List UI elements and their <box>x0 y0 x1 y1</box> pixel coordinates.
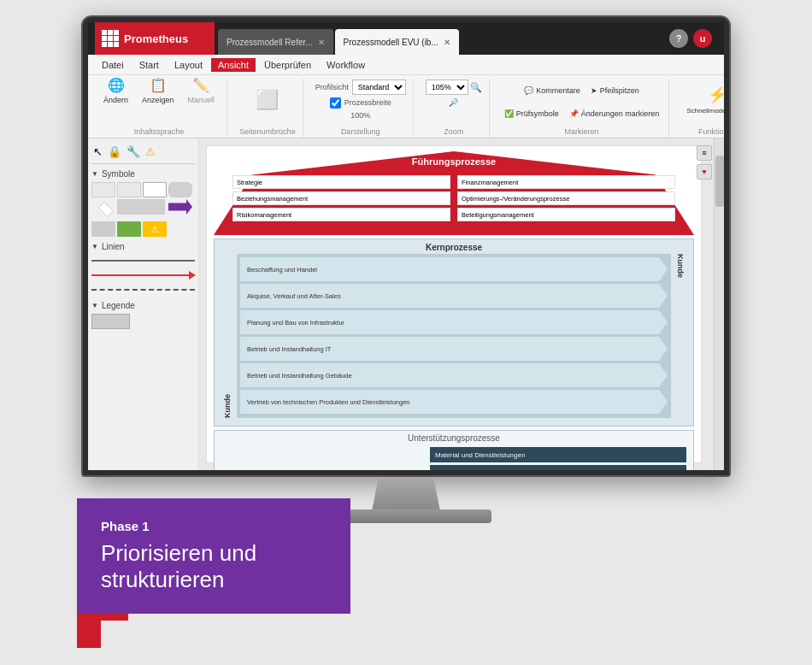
zoom-in-icon[interactable]: 🔍 <box>470 82 482 93</box>
kommentare-icon: 💬 <box>524 86 533 95</box>
zoom-select[interactable]: 105% <box>426 79 468 95</box>
tab-1-close[interactable]: ✕ <box>318 38 325 47</box>
ribbon-anderungen[interactable]: 📌 Änderungen markieren <box>567 109 662 119</box>
edge-btn-heart[interactable]: ♥ <box>697 164 712 179</box>
tab-2-label: Prozessmodell EVU (ib... <box>344 38 438 47</box>
ribbon-prufsymbole[interactable]: ✅ Prüfsymbole <box>502 109 562 119</box>
ribbon-group-darstellung: Profilsicht Standard Prozessbreite 100% <box>309 79 414 138</box>
ribbon-markieren-row1: 💬 Kommentare ➤ Pfeilspitzen <box>521 79 642 103</box>
ribbon-funktionen-label: Funktionen <box>698 126 724 136</box>
menu-uberprufen[interactable]: Überprüfen <box>257 58 318 72</box>
tab-1-label: Prozessmodell Refer... <box>227 38 313 47</box>
kern-arrow-3: Planung und Bau von Infrastruktur <box>240 310 668 334</box>
symbol-4[interactable] <box>168 182 192 197</box>
kern-process-5: Betrieb und Instandhaltung Gebäude <box>247 372 352 380</box>
zoom-search-icon[interactable]: 🔎 <box>449 98 458 107</box>
monitor-inner: Prometheus Prozessmodell Refer... ✕ Proz… <box>88 22 724 470</box>
symbol-warn[interactable]: ⚠ <box>143 221 167 237</box>
profilsicht-select[interactable]: Standard <box>352 79 406 95</box>
schnellmodellierung-label: Schnellmodellierung <box>686 107 724 115</box>
kern-arrow-5: Betrieb und Instandhaltung Gebäude <box>240 363 668 387</box>
prozessbreite-checkbox[interactable] <box>330 97 341 109</box>
kern-process-3: Planung und Bau von Infrastruktur <box>247 319 344 327</box>
edge-btn-1[interactable]: ≡ <box>697 145 712 161</box>
sidebar-toolbar: ↖ 🔒 🔧 ⚠ <box>91 144 195 164</box>
help-button[interactable]: ? <box>669 29 688 48</box>
tab-2-close[interactable]: ✕ <box>444 38 450 47</box>
legende-label: Legende <box>102 301 135 310</box>
ribbon-schnellmodellierung[interactable]: ⚡ Schnellmodellierung <box>681 79 724 121</box>
ribbon-prozessbreite-row: Prozessbreite <box>330 96 391 109</box>
wrench-icon[interactable]: 🔧 <box>125 144 142 160</box>
legende-arrow: ▼ <box>91 302 98 309</box>
ribbon-darstellung-label: Darstellung <box>341 126 380 136</box>
symbol-2[interactable] <box>117 182 141 197</box>
ribbon-btn-manuell[interactable]: ✏️ Manuell <box>183 69 221 112</box>
ribbon-group-seitenumbrache: ⬜ Seitenumbrüche <box>232 79 303 138</box>
symbol-green[interactable] <box>117 221 141 237</box>
ribbon-zoom-row: 105% 🔍 <box>426 79 482 96</box>
ribbon-btn-seitenumbrache[interactable]: ⬜ <box>250 79 284 121</box>
line-2 <box>91 269 195 281</box>
kern-arrow-6: Vertrieb von technischen Produkten und D… <box>240 390 668 414</box>
kern-process-6: Vertrieb von technischen Produkten und D… <box>247 398 410 406</box>
kern-process-4: Betrieb und Instandhaltung IT <box>247 345 331 353</box>
andern-icon: 🌐 <box>108 77 125 93</box>
ribbon-inhaltssprache-label: inhaltssprache <box>134 126 185 136</box>
pfeilspitzen-icon: ➤ <box>591 86 597 95</box>
symbol-3[interactable] <box>143 182 167 197</box>
ribbon-btn-andern[interactable]: 🌐 Ändern <box>98 69 133 112</box>
symbol-diamond[interactable] <box>98 202 114 217</box>
tab-2[interactable]: Prozessmodell EVU (ib... ✕ <box>335 29 459 55</box>
kern-arrow-4: Betrieb und Instandhaltung IT <box>240 337 668 361</box>
linien-section-header: ▼ Linien <box>91 242 195 251</box>
cursor-icon[interactable]: ↖ <box>91 144 104 160</box>
user-button[interactable]: u <box>693 29 712 48</box>
ribbon-group-markieren: 💬 Kommentare ➤ Pfeilspitzen ✅ Prü <box>495 79 670 138</box>
ribbon-kommentare[interactable]: 💬 Kommentare <box>521 85 583 96</box>
ribbon-btn-anzeigen[interactable]: 📋 Anzeigen <box>137 69 179 112</box>
fuhrung-box-finanz: Finanzmanagement <box>457 175 675 189</box>
anderungen-label: Änderungen markieren <box>581 109 660 118</box>
seitenumbrache-icon: ⬜ <box>256 89 279 111</box>
right-edge-buttons: ≡ ♥ <box>697 145 712 179</box>
kern-kunde-left: Kunde <box>218 254 237 418</box>
legende-section-header: ▼ Legende <box>91 301 195 310</box>
line-arrow-head <box>189 271 196 280</box>
ribbon: 🌐 Ändern 📋 Anzeigen ✏️ Manuell <box>88 75 724 138</box>
unterstutz-section: Unterstützungsprozesse Material und Dien… <box>214 430 694 470</box>
profilsicht-label: Profilsicht <box>315 83 349 91</box>
fuhrung-left-col: Strategie Beziehungsmanagement Risikoman… <box>232 175 450 221</box>
symbol-arrow-purple[interactable] <box>168 199 192 215</box>
overlay-phase: Phase 1 <box>101 519 327 533</box>
scroll-bar-right[interactable] <box>714 138 724 470</box>
unterstutz-boxes: Material und Dienstleistungen IT-Managem… <box>215 445 693 470</box>
symbol-wide[interactable] <box>117 199 165 215</box>
symbol-small[interactable] <box>91 221 115 237</box>
monitor: Prometheus Prozessmodell Refer... ✕ Proz… <box>81 15 731 520</box>
fuhrung-box-optimierung: Optimierungs-/Veränderungsprozesse <box>457 191 675 205</box>
grid-icon <box>102 30 119 47</box>
scroll-thumb[interactable] <box>715 156 724 207</box>
monitor-screen: Prometheus Prozessmodell Refer... ✕ Proz… <box>81 15 731 477</box>
menu-workflow[interactable]: Workflow <box>320 58 372 72</box>
fuhrung-box-beteiligung: Beteiligungsmanagement <box>457 208 675 221</box>
warning-icon[interactable]: ⚠ <box>144 144 157 160</box>
linien-arrow: ▼ <box>91 243 98 250</box>
anzeigen-icon: 📋 <box>150 77 167 93</box>
kern-process-1: Beschaffung und Handel <box>247 266 317 274</box>
prozessbreite-label: Prozessbreite <box>344 98 391 107</box>
symbol-1[interactable] <box>91 182 115 197</box>
symbol-grid: ⚠ <box>91 182 195 237</box>
lock-icon[interactable]: 🔒 <box>106 144 123 160</box>
kern-arrows-container: Beschaffung und Handel Akquise, Verkauf … <box>237 254 671 418</box>
ribbon-pfeilspitzen[interactable]: ➤ Pfeilspitzen <box>588 85 642 96</box>
manuell-label: Manuell <box>188 96 215 104</box>
line-solid <box>91 260 195 262</box>
canvas-area[interactable]: Führungsprozesse Strategie Beziehungsman… <box>199 138 724 470</box>
ribbon-zoom-label: Zoom <box>444 126 463 136</box>
tab-1[interactable]: Prozessmodell Refer... ✕ <box>218 29 333 55</box>
ribbon-group-inhaltssprache: 🌐 Ändern 📋 Anzeigen ✏️ Manuell <box>91 79 227 138</box>
ribbon-markieren-row2: ✅ Prüfsymbole 📌 Änderungen markieren <box>502 103 662 127</box>
line-arrow-red <box>91 274 195 276</box>
